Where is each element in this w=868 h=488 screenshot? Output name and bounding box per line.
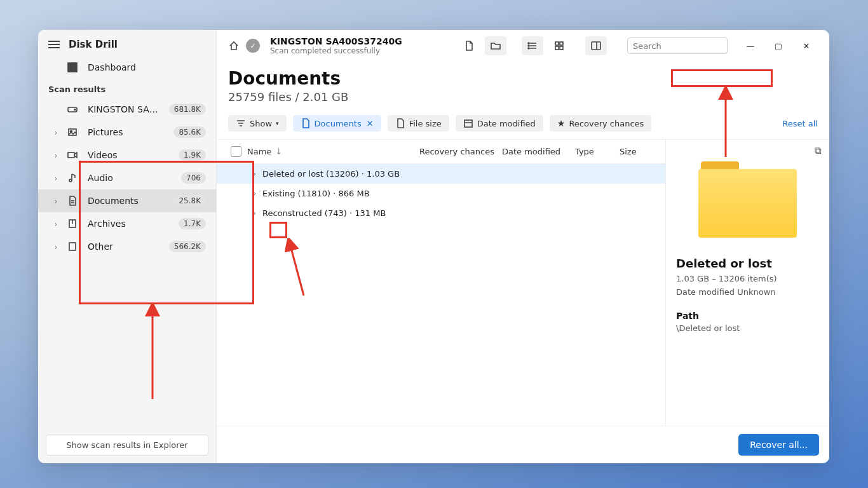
sidebar-cat-badge: 566.2K: [169, 241, 206, 252]
preview-pane: ⧉ Deleted or lost 1.03 GB – 13206 item(s…: [665, 140, 829, 426]
svg-point-24: [528, 45, 529, 46]
sidebar-cat-badge: 25.8K: [173, 195, 206, 207]
svg-rect-4: [71, 66, 74, 69]
recover-all-button[interactable]: Recover all...: [738, 434, 819, 456]
search-box[interactable]: [627, 37, 728, 54]
sidebar-item-archives[interactable]: ›Archives1.7K: [38, 212, 216, 235]
other-icon: [66, 241, 79, 252]
svg-rect-2: [74, 63, 77, 65]
col-type[interactable]: Type: [575, 147, 620, 156]
sidebar-item-pictures[interactable]: ›Pictures85.6K: [38, 121, 216, 144]
chevron-right-icon[interactable]: ›: [247, 209, 262, 217]
preview-path-label: Path: [676, 311, 819, 321]
col-size[interactable]: Size: [620, 147, 658, 156]
search-input[interactable]: [633, 41, 741, 51]
hamburger-icon[interactable]: [48, 41, 60, 48]
table-row[interactable]: ›Reconstructed (743) · 131 MB: [217, 203, 665, 223]
col-name[interactable]: Name: [247, 147, 271, 156]
sidebar-item-documents[interactable]: ›Documents25.8K: [38, 189, 216, 212]
show-in-explorer-button[interactable]: Show scan results in Explorer: [46, 435, 208, 456]
svg-rect-27: [560, 42, 563, 45]
sidebar-cat-label: Pictures: [88, 127, 165, 137]
check-icon: ✓: [246, 39, 260, 53]
grid-view-icon[interactable]: [548, 36, 570, 55]
sidebar-drive-badge: 681.8K: [169, 104, 206, 115]
svg-point-14: [69, 179, 72, 182]
svg-rect-19: [69, 243, 76, 250]
sidebar-cat-label: Documents: [88, 196, 165, 206]
recovery-filter[interactable]: ★Recovery chances: [550, 115, 651, 132]
sidebar-cat-label: Videos: [88, 150, 170, 160]
sidebar: Disk Drill Dashboard Scan results KINGST…: [38, 30, 217, 463]
chevron-right-icon: ›: [55, 128, 57, 137]
close-button[interactable]: ✕: [794, 36, 819, 55]
sidebar-cat-label: Audio: [88, 173, 172, 183]
preview-title: Deleted or lost: [676, 257, 819, 270]
sidebar-cat-badge: 85.6K: [173, 126, 206, 138]
svg-rect-29: [560, 46, 563, 50]
svg-rect-26: [555, 42, 559, 45]
svg-rect-1: [71, 63, 74, 65]
minimize-button[interactable]: —: [738, 36, 763, 55]
svg-point-10: [74, 109, 76, 111]
chevron-right-icon: ›: [55, 151, 57, 159]
chevron-right-icon: ›: [55, 219, 57, 228]
sidebar-item-drive[interactable]: KINGSTON SA400S37... 681.8K: [38, 98, 216, 121]
col-date[interactable]: Date modified: [502, 147, 575, 156]
svg-rect-6: [68, 69, 71, 72]
filesize-filter[interactable]: File size: [388, 115, 449, 132]
row-label: Existing (11810) · 866 MB: [262, 189, 658, 198]
preview-info-size: 1.03 GB – 13206 item(s): [676, 274, 819, 283]
sidebar-cat-badge: 1.7K: [179, 218, 206, 229]
svg-rect-5: [74, 66, 77, 69]
column-header: Name↓ Recovery chances Date modified Typ…: [217, 140, 665, 164]
image-icon: [66, 127, 79, 137]
panel-icon[interactable]: [585, 36, 607, 55]
audio-icon: [66, 173, 79, 183]
sidebar-drive-label: KINGSTON SA400S37...: [88, 104, 160, 114]
preview-info-date: Date modified Unknown: [676, 287, 819, 297]
svg-rect-28: [555, 46, 559, 50]
file-icon[interactable]: [458, 36, 480, 55]
svg-rect-7: [71, 69, 74, 72]
home-icon[interactable]: [227, 39, 241, 53]
table-row[interactable]: ›Existing (11810) · 866 MB: [217, 184, 665, 203]
page-subtitle: 25759 files / 2.01 GB: [228, 90, 818, 104]
select-all-checkbox[interactable]: [231, 146, 241, 157]
chevron-right-icon[interactable]: ›: [247, 170, 262, 178]
table-row[interactable]: ›Deleted or lost (13206) · 1.03 GB: [217, 164, 665, 184]
folder-preview-icon: [698, 161, 797, 238]
sidebar-item-dashboard[interactable]: Dashboard: [38, 57, 216, 78]
list-view-icon[interactable]: [522, 36, 543, 55]
show-filter[interactable]: Show▾: [228, 115, 287, 132]
preview-path: \Deleted or lost: [676, 323, 819, 333]
col-recovery[interactable]: Recovery chances: [419, 147, 502, 156]
grid-icon: [66, 62, 79, 72]
datemod-filter[interactable]: Date modified: [456, 115, 543, 132]
archive-icon: [66, 219, 79, 229]
svg-rect-3: [68, 66, 71, 69]
sidebar-item-videos[interactable]: ›Videos1.9K: [38, 144, 216, 166]
app-title: Disk Drill: [69, 39, 118, 50]
svg-rect-37: [465, 120, 472, 127]
sidebar-item-audio[interactable]: ›Audio706: [38, 166, 216, 189]
drive-icon: [66, 104, 79, 114]
external-icon[interactable]: ⧉: [815, 145, 822, 156]
topbar: ✓ KINGSTON SA400S37240G Scan completed s…: [217, 30, 829, 60]
page-title: Documents: [228, 68, 818, 89]
sidebar-item-other[interactable]: ›Other566.2K: [38, 235, 216, 258]
svg-rect-30: [592, 42, 600, 50]
sidebar-cat-badge: 1.9K: [179, 149, 206, 161]
chevron-right-icon[interactable]: ›: [247, 189, 262, 198]
svg-rect-8: [74, 69, 77, 72]
scan-title: KINGSTON SA400S37240G: [270, 36, 453, 46]
reset-all-link[interactable]: Reset all: [782, 119, 818, 128]
folder-icon[interactable]: [485, 36, 506, 55]
sidebar-dashboard-label: Dashboard: [88, 62, 206, 72]
row-label: Reconstructed (743) · 131 MB: [262, 208, 658, 218]
maximize-button[interactable]: ▢: [766, 36, 791, 55]
row-label: Deleted or lost (13206) · 1.03 GB: [262, 169, 658, 179]
sidebar-cat-label: Other: [88, 241, 160, 252]
chevron-right-icon: ›: [55, 196, 57, 205]
documents-filter[interactable]: Documents✕: [293, 115, 381, 132]
